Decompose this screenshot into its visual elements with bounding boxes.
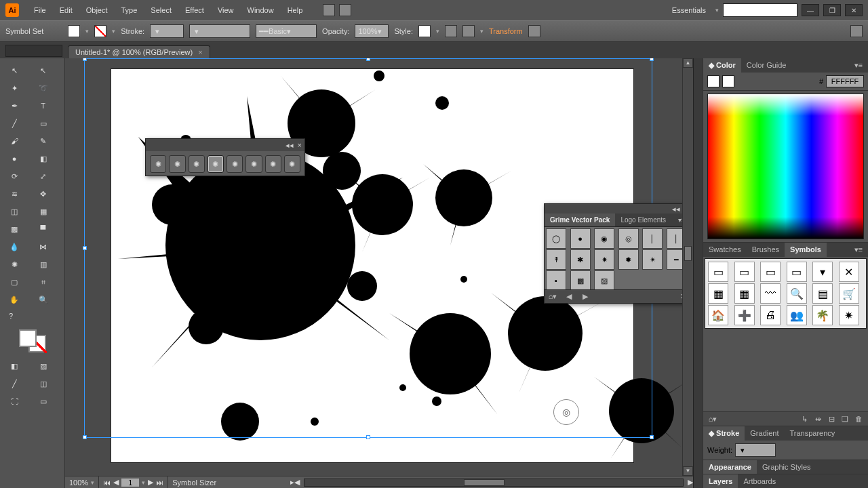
menu-file[interactable]: File [27, 6, 53, 14]
gradient-tool[interactable]: ▀ [33, 221, 54, 237]
hex-input[interactable]: FFFFFF [826, 75, 864, 87]
free-transform-tool[interactable]: ✥ [33, 186, 54, 202]
tab-symbols[interactable]: Symbols [785, 243, 827, 257]
symbol-swatch[interactable]: ▭ [708, 262, 728, 282]
perspective-grid-tool[interactable]: ▦ [33, 203, 54, 220]
canvas-area[interactable]: ◂◂ × ✺✺✺✺✺✺✺✺ ◂◂× Grime Vector Pack Logo… [65, 58, 693, 488]
rectangle-tool[interactable]: ▭ [33, 115, 54, 131]
transform-link[interactable]: Transform [489, 27, 523, 35]
tab-graphic-styles[interactable]: Graphic Styles [757, 460, 816, 474]
zoom-field[interactable]: 100%▾ [65, 476, 99, 488]
eyedropper-tool[interactable]: 💧 [4, 239, 24, 255]
opacity-field[interactable]: 100% ▾ [355, 24, 389, 38]
symbol-thumbnail[interactable]: ↟ [546, 249, 566, 270]
tab-gradient[interactable]: Gradient [745, 426, 784, 441]
symbol-swatch[interactable]: ▭ [760, 262, 781, 282]
symbol-swatch[interactable]: 🖨 [760, 305, 781, 325]
eraser-tool[interactable]: ◧ [33, 150, 54, 167]
symbol-thumbnail[interactable]: ▪ [546, 270, 566, 289]
scroll-up-icon[interactable]: ▲ [683, 58, 693, 68]
collapse-icon[interactable]: ◂◂ [285, 141, 294, 150]
symbol-swatch[interactable]: ✷ [839, 305, 859, 325]
menu-view[interactable]: View [211, 6, 241, 14]
place-symbol-icon[interactable]: ↳ [799, 414, 810, 424]
scroll-down-icon[interactable]: ▼ [683, 466, 693, 476]
new-symbol-icon[interactable]: ❏ [840, 414, 850, 424]
symbol-swatch[interactable]: 🛒 [839, 283, 859, 304]
panel-menu-icon[interactable]: ▾≡ [849, 243, 868, 257]
symbol-spinner-button[interactable]: ✺ [226, 155, 243, 173]
rotate-tool[interactable]: ⟳ [4, 168, 24, 184]
next-library-icon[interactable]: ▶ [580, 292, 591, 302]
symbolism-tools-tearoff[interactable]: ◂◂ × ✺✺✺✺✺✺✺✺ [145, 138, 305, 176]
break-link-icon[interactable]: ⇹ [812, 414, 823, 424]
tab-brushes[interactable]: Brushes [747, 243, 785, 257]
symbol-sprayer-button[interactable]: ✺ [150, 155, 166, 173]
panel-menu-icon[interactable]: ▾≡ [849, 58, 868, 73]
tab-artboards[interactable]: Artboards [738, 474, 781, 488]
menu-edit[interactable]: Edit [53, 6, 79, 14]
scroll-right-icon[interactable]: ▶ [688, 478, 693, 487]
lasso-tool[interactable]: ➰ [33, 80, 54, 96]
scrollbar-thumb[interactable] [684, 246, 692, 261]
type-tool[interactable]: T [33, 98, 54, 114]
draw-mode-icon[interactable]: ◫ [33, 375, 54, 392]
blob-brush-tool[interactable]: ● [4, 150, 24, 167]
menu-select[interactable]: Select [144, 6, 178, 14]
horizontal-scrollbar[interactable] [304, 479, 684, 487]
workspace-switcher[interactable]: Essentials [667, 5, 711, 16]
symbol-thumbnail[interactable]: ◉ [594, 228, 614, 249]
help-tool[interactable]: ? [4, 308, 24, 324]
isolate-icon[interactable] [528, 25, 540, 37]
fill-stroke-control[interactable] [18, 328, 47, 354]
library-icon[interactable]: ⌂▾ [707, 414, 718, 424]
scale-tool[interactable]: ⤢ [33, 168, 54, 184]
symbols-library-panel[interactable]: ◂◂× Grime Vector Pack Logo Elements ▾≡ ◯… [544, 203, 692, 304]
menu-effect[interactable]: Effect [178, 6, 211, 14]
blend-tool[interactable]: ⋈ [33, 239, 54, 255]
shape-builder-tool[interactable]: ◫ [4, 203, 24, 220]
stroke-weight-select[interactable]: ▾ [150, 24, 184, 38]
symbol-swatch[interactable]: 〰 [760, 283, 781, 304]
library-menu-icon[interactable]: ⌂▾ [547, 292, 558, 302]
symbols-library-tab-grime[interactable]: Grime Vector Pack [545, 214, 615, 226]
symbol-swatch[interactable]: ▦ [708, 283, 728, 304]
symbols-library-tab-logo[interactable]: Logo Elements [615, 214, 671, 226]
direct-selection-tool[interactable]: ↖ [33, 62, 54, 79]
change-screen-icon[interactable]: ▭ [33, 393, 54, 409]
fill-swatch-mini[interactable] [707, 75, 719, 87]
symbol-swatch[interactable]: ▾ [812, 262, 833, 282]
magic-wand-tool[interactable]: ✦ [4, 80, 24, 96]
line-segment-tool[interactable]: ╱ [4, 115, 24, 131]
style-swatch[interactable] [418, 25, 431, 37]
document-tab[interactable]: Untitled-1* @ 100% (RGB/Preview) × [68, 45, 210, 58]
column-graph-tool[interactable]: ▥ [33, 256, 54, 272]
color-mode-icon[interactable]: ◧ [4, 358, 24, 374]
symbol-swatch[interactable]: 🌴 [812, 305, 833, 325]
hand-tool[interactable]: ✋ [4, 291, 24, 308]
none-mode-icon[interactable]: ╱ [4, 375, 24, 392]
color-spectrum[interactable] [707, 94, 864, 239]
tab-color[interactable]: ◆ Color [703, 58, 741, 73]
screen-mode-icon[interactable] [339, 4, 351, 16]
symbol-swatch[interactable]: 👥 [787, 305, 807, 325]
align-icon[interactable] [462, 25, 475, 37]
tab-stroke[interactable]: ◆ Stroke [703, 426, 745, 441]
menu-help[interactable]: Help [281, 6, 310, 14]
close-panel-icon[interactable]: × [298, 141, 302, 149]
prev-artboard-icon[interactable]: ◀ [113, 478, 119, 487]
pen-tool[interactable]: ✒ [4, 98, 24, 114]
symbol-swatch[interactable]: 🏠 [708, 305, 728, 325]
symbol-swatch[interactable]: ➕ [734, 305, 755, 325]
symbol-thumbnail[interactable]: ◯ [546, 228, 566, 249]
symbol-thumbnail[interactable]: ✴ [642, 249, 663, 270]
scrollbar-thumb[interactable] [464, 479, 505, 486]
width-tool[interactable]: ≋ [4, 186, 24, 202]
slice-tool[interactable]: ⌗ [33, 274, 54, 290]
fill-swatch[interactable] [68, 25, 80, 37]
pencil-tool[interactable]: ✎ [33, 133, 54, 149]
arrange-documents-icon[interactable] [323, 4, 335, 16]
menu-window[interactable]: Window [241, 6, 281, 14]
symbol-thumbnail[interactable]: ✷ [594, 249, 614, 270]
brush-select[interactable]: ━━ Basic ▾ [256, 24, 317, 38]
